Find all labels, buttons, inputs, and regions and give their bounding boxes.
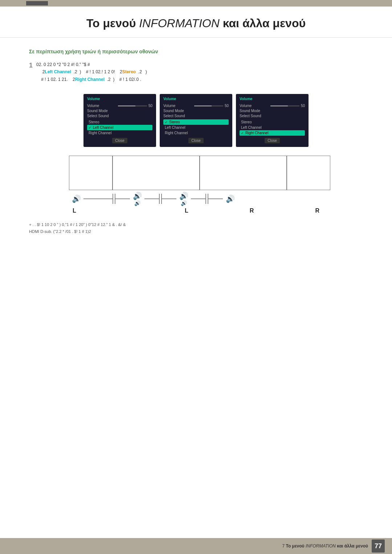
panel2-vol-val: 50	[225, 104, 229, 108]
panel3-opt-stereo-label: Stereo	[241, 120, 252, 124]
panel3-soundmode-label: Sound Mode	[240, 109, 260, 113]
panel2-close-btn[interactable]: Close	[188, 138, 204, 143]
speaker-unit-3	[200, 156, 287, 190]
panel1-volume-label: Volume	[87, 104, 99, 108]
v-sep-2a	[159, 194, 160, 204]
stereo-label: Stereo	[122, 69, 136, 74]
speaker-diagram-wrapper: 🔊 🔊 🔊	[29, 156, 363, 214]
panel2-options: ✓ Stereo Left Channel Right Channel	[163, 119, 229, 136]
label-L2: L	[185, 208, 188, 214]
section-subtitle: Σε περίπτωση χρήση τριών ή περισσότερων …	[29, 49, 363, 54]
panel2-selectsound-label: Select Sound	[163, 114, 185, 118]
footer-title-prefix: Το μενού	[286, 543, 305, 549]
panel2-header: Volume	[163, 97, 229, 102]
menu-panel-2: Volume Volume 50 Sound Mode Select Sound…	[160, 94, 232, 147]
panel3-opt-right-label: Right Channel	[245, 131, 268, 135]
v-sep-3a	[205, 194, 206, 204]
title-suffix: και άλλα μενού	[223, 17, 306, 30]
panel2-option-stereo[interactable]: ✓ Stereo	[163, 119, 229, 125]
speaker-box-3	[200, 156, 287, 190]
footer-page-number: 77	[372, 539, 385, 553]
panel1-vol-val: 50	[148, 104, 152, 108]
speaker-icon-R2: 🔊	[223, 194, 237, 203]
bottom-note: + . . $! 1 10 2 0 " ) 0,"1 # / 1 20" ) 0…	[29, 221, 363, 235]
title-prefix: Το μενού	[86, 17, 136, 30]
h-line-4	[162, 198, 176, 199]
panel1-header: Volume	[87, 97, 152, 102]
h-line-3	[144, 198, 159, 199]
menu-panel-3: Volume Volume 50 Sound Mode Select Sound…	[236, 94, 309, 147]
sep-bars-3	[205, 194, 208, 204]
h-line-6	[208, 198, 223, 199]
bottom-note-line2: HDMI D-sub. ("2.2 * /01 . $! 1 # 1)2	[29, 228, 363, 235]
panel3-vol-val: 50	[301, 104, 305, 108]
panel3-option-left[interactable]: Left Channel	[240, 125, 305, 130]
panel2-opt-right-label: Right Channel	[165, 131, 188, 135]
panel3-selectsound-label: Select Sound	[240, 114, 261, 118]
panel1-fill	[118, 106, 135, 106]
knob-icon-L1: 🔊	[72, 194, 81, 203]
panel2-opt-stereo-check: ✓	[165, 120, 168, 124]
speaker-icon-L1: 🔊	[69, 194, 83, 203]
h-line-2	[115, 198, 130, 199]
panel2-selectsound-row: Select Sound	[163, 114, 229, 118]
panel2-opt-stereo-label: Stereo	[169, 120, 180, 124]
step-number: 1	[29, 62, 33, 90]
panel2-option-left[interactable]: Left Channel	[163, 125, 229, 130]
knob-icon-R2: 🔊	[226, 194, 235, 203]
panel1-soundmode-label: Sound Mode	[87, 109, 108, 113]
panel3-option-stereo[interactable]: Stereo	[240, 119, 305, 125]
speaker-unit-1	[69, 156, 113, 190]
bottom-note-line1: + . . $! 1 10 2 0 " ) 0,"1 # / 1 20" ) 0…	[29, 221, 363, 228]
label-L1: L	[73, 208, 76, 214]
speaker-unit-4	[287, 156, 330, 190]
panel1-option-stereo[interactable]: Stereo	[87, 119, 152, 125]
v-sep-1a	[113, 194, 113, 204]
label-R2: R	[315, 208, 319, 214]
instruction-line1: 02. 0 22 0 *2 "0 2 #! 0." "$ #	[36, 61, 147, 68]
panel2-option-right[interactable]: Right Channel	[163, 130, 229, 136]
speaker-icon-L2: 🔊 🔊	[130, 192, 144, 206]
panel3-close-btn[interactable]: Close	[265, 138, 280, 143]
panel3-header: Volume	[240, 97, 305, 102]
panel2-opt-left-label: Left Channel	[165, 126, 185, 130]
sep-bars-2	[159, 194, 162, 204]
panel3-selectsound-row: Select Sound	[240, 114, 305, 118]
panel3-option-right[interactable]: ✓ Right Channel	[240, 130, 305, 136]
panel3-volume-row: Volume 50	[240, 104, 305, 108]
panel2-slider: 50	[194, 104, 229, 108]
speaker-unit-2	[113, 156, 200, 190]
panel3-opt-right-check: ✓	[241, 131, 244, 135]
panel1-opt-right-label: Right Channel	[89, 131, 111, 135]
panel1-option-right[interactable]: Right Channel	[87, 130, 152, 136]
instruction-line2a: 2Left Channel .2 ) # ! 1 02.! 1 2 0! 2St…	[36, 68, 147, 75]
footer: 7 Το μενού INFORMATION και άλλα μενού 77	[0, 538, 392, 554]
speaker-labels-row: L L R R	[69, 208, 323, 214]
panel1-close-btn[interactable]: Close	[112, 138, 127, 143]
speaker-box-2	[113, 156, 200, 190]
main-content: Σε περίπτωση χρήση τριών ή περισσότερων …	[0, 38, 392, 257]
title-main: INFORMATION	[139, 17, 220, 30]
panel3-volume-label: Volume	[240, 104, 252, 108]
panel2-soundmode-label: Sound Mode	[163, 109, 184, 113]
panel1-track	[118, 106, 147, 106]
panel2-volume-label: Volume	[163, 104, 175, 108]
top-bar	[0, 0, 392, 7]
panel3-soundmode-row: Sound Mode	[240, 109, 305, 113]
panel1-opt-left-check: ✓	[89, 126, 91, 130]
panel1-option-left[interactable]: ✓ Left Channel	[87, 125, 152, 130]
knob-icon-R1: 🔊	[179, 192, 188, 200]
panel2-track	[194, 106, 223, 106]
speaker-box-4	[287, 156, 330, 190]
speaker-diagram: 🔊 🔊 🔊	[69, 156, 323, 214]
page-title: Το μενού INFORMATION και άλλα μενού	[0, 17, 392, 30]
panel2-volume-row: Volume 50	[163, 104, 229, 108]
speaker-icon-R1: 🔊 🔊	[176, 192, 191, 206]
panel1-slider: 50	[118, 104, 152, 108]
menu-panel-1: Volume Volume 50 Sound Mode Select Sound…	[83, 94, 156, 147]
footer-title-suffix: και άλλα μενού	[337, 543, 368, 549]
panel1-soundmode-row: Sound Mode	[87, 109, 152, 113]
panel3-track	[270, 106, 299, 106]
panel1-options: Stereo ✓ Left Channel Right Channel	[87, 119, 152, 136]
instructions-text: 02. 0 22 0 *2 "0 2 #! 0." "$ # 2Left Cha…	[36, 61, 147, 83]
